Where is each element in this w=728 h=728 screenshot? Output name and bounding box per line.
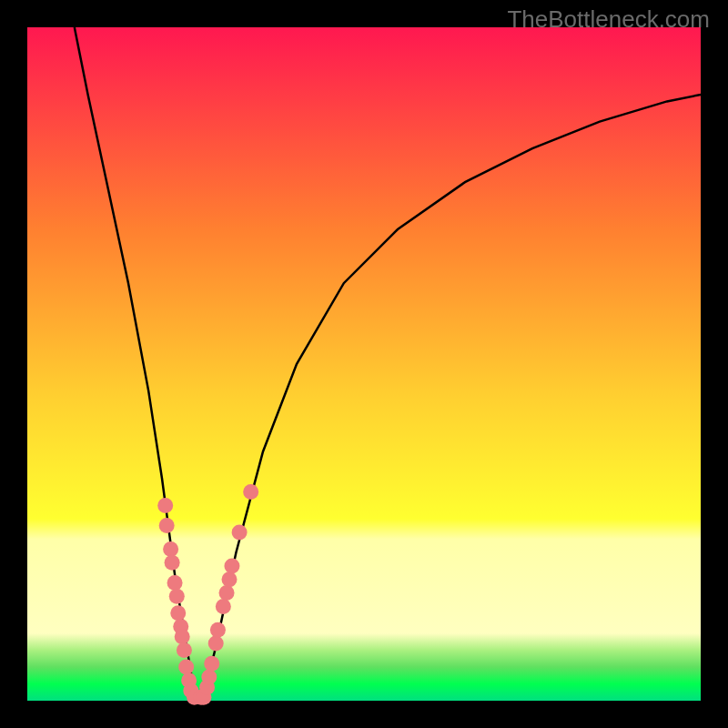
data-dot (165, 555, 180, 571)
attribution-label: TheBottleneck.com (507, 5, 710, 34)
data-dot (163, 541, 178, 557)
data-dot (157, 498, 173, 513)
data-dot (167, 575, 183, 591)
data-dot (178, 660, 194, 675)
chart-svg (0, 0, 728, 728)
data-dot (169, 589, 185, 604)
data-dot (159, 518, 175, 533)
data-dot (177, 642, 192, 658)
data-dot (204, 656, 219, 672)
data-dot (210, 622, 226, 638)
data-dot (170, 605, 186, 621)
data-dot (219, 585, 235, 601)
data-dot (243, 484, 258, 500)
data-dot (175, 629, 190, 644)
chart-container: TheBottleneck.com (0, 0, 728, 728)
plot-area-gradient (27, 27, 701, 701)
data-dot (222, 571, 238, 587)
data-dot (224, 559, 239, 574)
data-dot (216, 599, 231, 614)
data-dot (208, 636, 224, 652)
data-dot (201, 670, 217, 685)
data-dot (232, 525, 248, 541)
